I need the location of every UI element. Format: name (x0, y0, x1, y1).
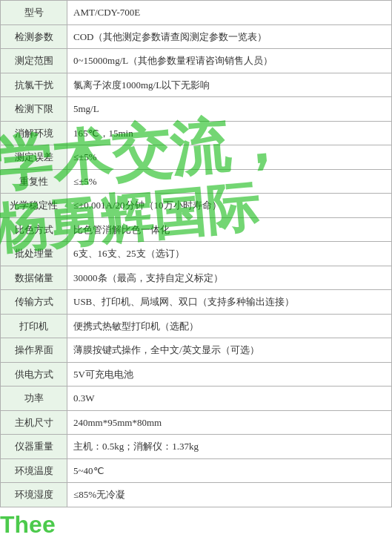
spec-value: 6支、16支、25支（选订） (67, 242, 392, 266)
table-row: 测定范围0~15000mg/L（其他参数量程请咨询销售人员） (1, 49, 392, 73)
table-row: 环境温度5~40℃ (1, 458, 392, 483)
spec-label: 主机尺寸 (1, 410, 67, 435)
spec-value: AMT/CDY-700E (67, 1, 392, 25)
spec-value: ≤±0.001A/20分钟（10万小时寿命） (67, 194, 392, 218)
spec-value: 5~40℃ (67, 458, 392, 483)
spec-label: 检测参数 (1, 24, 67, 49)
spec-label: 环境温度 (1, 458, 67, 483)
spec-label: 功率 (1, 387, 67, 411)
spec-label: 测定误差 (1, 145, 67, 170)
spec-label: 检测下限 (1, 97, 67, 122)
spec-value: 5V可充电电池 (67, 362, 392, 387)
spec-label: 仪器重量 (1, 435, 67, 459)
spec-label: 抗氯干扰 (1, 73, 67, 97)
spec-label: 重复性 (1, 169, 67, 194)
spec-label: 环境湿度 (1, 483, 67, 507)
spec-label: 操作界面 (1, 338, 67, 363)
table-row: 检测下限5mg/L (1, 97, 392, 122)
spec-value: ≤85%无冷凝 (67, 483, 392, 507)
table-row: 批处理量6支、16支、25支（选订） (1, 242, 392, 266)
table-row: 打印机便携式热敏型打印机（选配） (1, 314, 392, 338)
spec-value: 5mg/L (67, 97, 392, 122)
table-row: 光学稳定性≤±0.001A/20分钟（10万小时寿命） (1, 194, 392, 218)
spec-value: ≤±5% (67, 145, 392, 170)
table-row: 供电方式5V可充电电池 (1, 362, 392, 387)
table-row: 主机尺寸240mm*95mm*80mm (1, 410, 392, 435)
specs-table: 型号AMT/CDY-700E检测参数COD（其他测定参数请查阅测定参数一览表）测… (0, 0, 392, 507)
spec-value: ≤±5% (67, 169, 392, 194)
table-row: 消解环境165℃，15min (1, 121, 392, 145)
spec-value: 薄膜按键式操作，全中文/英文显示（可选） (67, 338, 392, 363)
table-row: 功率0.3W (1, 387, 392, 411)
spec-label: 打印机 (1, 314, 67, 338)
spec-value: 240mm*95mm*80mm (67, 410, 392, 435)
table-row: 仪器重量主机：0.5kg；消解仪：1.37kg (1, 435, 392, 459)
spec-label: 消解环境 (1, 121, 67, 145)
spec-label: 型号 (1, 1, 67, 25)
spec-value: 氯离子浓度1000mg/L以下无影响 (67, 73, 392, 97)
table-row: 操作界面薄膜按键式操作，全中文/英文显示（可选） (1, 338, 392, 363)
spec-value: 比色管消解比色一体化 (67, 217, 392, 242)
table-row: 传输方式USB、打印机、局域网、双口（支持多种输出连接） (1, 290, 392, 315)
table-row: 比色方式比色管消解比色一体化 (1, 217, 392, 242)
spec-label: 批处理量 (1, 242, 67, 266)
spec-label: 光学稳定性 (1, 194, 67, 218)
table-row: 检测参数COD（其他测定参数请查阅测定参数一览表） (1, 24, 392, 49)
spec-label: 供电方式 (1, 362, 67, 387)
footer-text: Thee (0, 511, 56, 539)
table-row: 测定误差≤±5% (1, 145, 392, 170)
spec-value: USB、打印机、局域网、双口（支持多种输出连接） (67, 290, 392, 315)
table-row: 环境湿度≤85%无冷凝 (1, 483, 392, 507)
spec-value: COD（其他测定参数请查阅测定参数一览表） (67, 24, 392, 49)
spec-value: 0.3W (67, 387, 392, 411)
spec-value: 主机：0.5kg；消解仪：1.37kg (67, 435, 392, 459)
table-row: 抗氯干扰氯离子浓度1000mg/L以下无影响 (1, 73, 392, 97)
table-row: 数据储量30000条（最高，支持自定义标定） (1, 266, 392, 290)
spec-label: 测定范围 (1, 49, 67, 73)
table-row: 重复性≤±5% (1, 169, 392, 194)
spec-value: 165℃，15min (67, 121, 392, 145)
spec-value: 便携式热敏型打印机（选配） (67, 314, 392, 338)
spec-value: 0~15000mg/L（其他参数量程请咨询销售人员） (67, 49, 392, 73)
spec-label: 数据储量 (1, 266, 67, 290)
spec-label: 传输方式 (1, 290, 67, 315)
table-row: 型号AMT/CDY-700E (1, 1, 392, 25)
spec-value: 30000条（最高，支持自定义标定） (67, 266, 392, 290)
spec-label: 比色方式 (1, 217, 67, 242)
